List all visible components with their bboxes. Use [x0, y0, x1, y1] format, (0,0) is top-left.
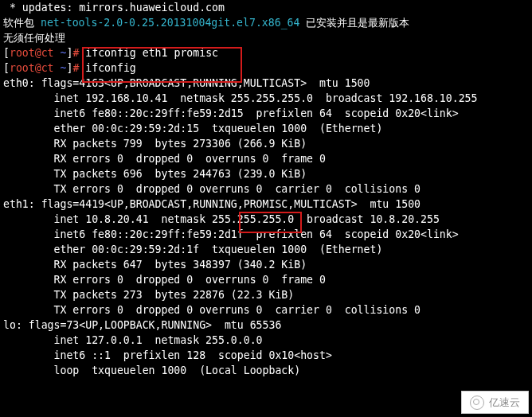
terminal-line: [root@ct ~]# ifconfig — [3, 60, 529, 76]
terminal-line: inet6 fe80::20c:29ff:fe59:2d1f prefixlen… — [3, 227, 529, 242]
terminal-line: eth1: flags=4419<UP,BROADCAST,RUNNING,PR… — [3, 197, 529, 212]
terminal-line: * updates: mirrors.huaweicloud.com — [3, 0, 529, 15]
terminal-line: loop txqueuelen 1000 (Local Loopback) — [3, 363, 529, 378]
terminal-line: inet6 ::1 prefixlen 128 scopeid 0x10<hos… — [3, 348, 529, 363]
watermark-logo-icon — [470, 396, 484, 410]
terminal-line: TX errors 0 dropped 0 overruns 0 carrier… — [3, 302, 529, 318]
terminal-line: ether 00:0c:29:59:2d:1f txqueuelen 1000 … — [3, 242, 529, 257]
terminal-line: inet 192.168.10.41 netmask 255.255.255.0… — [3, 91, 529, 106]
terminal-line: lo: flags=73<UP,LOOPBACK,RUNNING> mtu 65… — [3, 318, 529, 333]
terminal-line: 无须任何处理 — [3, 30, 529, 45]
terminal-line: RX errors 0 dropped 0 overruns 0 frame 0 — [3, 272, 529, 287]
terminal-line: TX packets 696 bytes 244763 (239.0 KiB) — [3, 166, 529, 181]
terminal-line: inet 10.8.20.41 netmask 255.255.255.0 br… — [3, 212, 529, 227]
terminal-line: TX packets 273 bytes 22876 (22.3 KiB) — [3, 287, 529, 302]
terminal-line: 软件包 net-tools-2.0-0.25.20131004git.el7.x… — [3, 15, 529, 30]
terminal-line: eth0: flags=4163<UP,BROADCAST,RUNNING,MU… — [3, 76, 529, 91]
watermark-text: 亿速云 — [489, 395, 520, 410]
watermark: 亿速云 — [461, 391, 529, 414]
terminal-output: * updates: mirrors.huaweicloud.com软件包 ne… — [0, 0, 532, 378]
terminal-line: [root@ct ~]# ifconfig eth1 promisc — [3, 45, 529, 60]
terminal-line: RX errors 0 dropped 0 overruns 0 frame 0 — [3, 151, 529, 166]
terminal-line: inet6 fe80::20c:29ff:fe59:2d15 prefixlen… — [3, 106, 529, 121]
terminal-line: TX errors 0 dropped 0 overruns 0 carrier… — [3, 181, 529, 197]
terminal-line: RX packets 647 bytes 348397 (340.2 KiB) — [3, 257, 529, 272]
terminal-line: ether 00:0c:29:59:2d:15 txqueuelen 1000 … — [3, 121, 529, 136]
terminal-line: RX packets 799 bytes 273306 (266.9 KiB) — [3, 136, 529, 151]
terminal-line: inet 127.0.0.1 netmask 255.0.0.0 — [3, 333, 529, 348]
